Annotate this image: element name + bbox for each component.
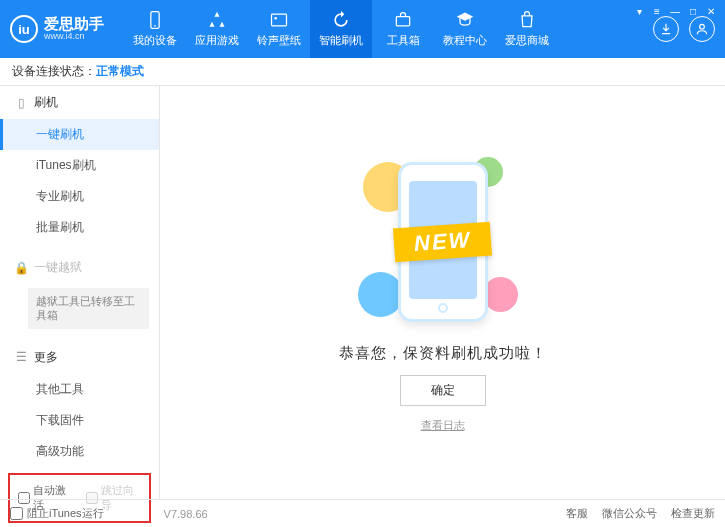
nav-tutorials[interactable]: 教程中心 [434, 0, 496, 58]
sidebar-section-more[interactable]: ☰ 更多 [0, 341, 159, 374]
nav-ringtone-wallpaper[interactable]: 铃声壁纸 [248, 0, 310, 58]
version-label: V7.98.66 [164, 508, 208, 520]
sidebar-section-jailbreak: 🔒 一键越狱 [0, 251, 159, 284]
app-header: iu 爱思助手 www.i4.cn 我的设备 应用游戏 铃声壁纸 智能刷机 工具… [0, 0, 725, 58]
phone-icon: ▯ [14, 96, 28, 110]
app-icon [207, 10, 227, 30]
success-illustration: NEW [343, 152, 543, 332]
logo-icon: iu [10, 15, 38, 43]
top-nav: 我的设备 应用游戏 铃声壁纸 智能刷机 工具箱 教程中心 爱思商城 [124, 0, 558, 58]
maximize-button[interactable]: □ [685, 4, 701, 18]
settings-button[interactable]: ≡ [649, 4, 665, 18]
jailbreak-note: 越狱工具已转移至工具箱 [28, 288, 149, 329]
app-title: 爱思助手 [44, 16, 104, 33]
window-controls: ▾ ≡ — □ ✕ [631, 4, 719, 18]
footer: 阻止iTunes运行 V7.98.66 客服 微信公众号 检查更新 [0, 499, 725, 527]
sidebar: ▯ 刷机 一键刷机 iTunes刷机 专业刷机 批量刷机 🔒 一键越狱 越狱工具… [0, 86, 160, 499]
sidebar-item-pro-flash[interactable]: 专业刷机 [0, 181, 159, 212]
sidebar-item-advanced[interactable]: 高级功能 [0, 436, 159, 467]
decoration-blob [483, 277, 518, 312]
svg-rect-4 [396, 17, 409, 26]
app-url: www.i4.cn [44, 32, 104, 42]
main-content: NEW 恭喜您，保资料刷机成功啦！ 确定 查看日志 [160, 86, 725, 499]
sidebar-item-oneclick-flash[interactable]: 一键刷机 [0, 119, 159, 150]
refresh-icon [331, 10, 351, 30]
new-banner: NEW [393, 222, 492, 263]
view-log-link[interactable]: 查看日志 [421, 418, 465, 433]
status-bar: 设备连接状态： 正常模式 [0, 58, 725, 86]
download-button[interactable] [653, 16, 679, 42]
block-itunes-checkbox[interactable]: 阻止iTunes运行 [10, 506, 104, 521]
user-button[interactable] [689, 16, 715, 42]
menu-button[interactable]: ▾ [631, 4, 647, 18]
toolbox-icon [393, 10, 413, 30]
success-message: 恭喜您，保资料刷机成功啦！ [339, 344, 547, 363]
svg-point-1 [154, 25, 156, 27]
nav-store[interactable]: 爱思商城 [496, 0, 558, 58]
bag-icon [517, 10, 537, 30]
decoration-blob [358, 272, 403, 317]
ok-button[interactable]: 确定 [400, 375, 486, 406]
lock-icon: 🔒 [14, 261, 28, 275]
graduation-icon [455, 10, 475, 30]
sidebar-section-flash[interactable]: ▯ 刷机 [0, 86, 159, 119]
device-icon [145, 10, 165, 30]
svg-rect-2 [272, 14, 287, 26]
nav-apps-games[interactable]: 应用游戏 [186, 0, 248, 58]
status-mode: 正常模式 [96, 63, 144, 80]
close-button[interactable]: ✕ [703, 4, 719, 18]
sidebar-item-other-tools[interactable]: 其他工具 [0, 374, 159, 405]
sidebar-item-batch-flash[interactable]: 批量刷机 [0, 212, 159, 243]
sidebar-item-download-firmware[interactable]: 下载固件 [0, 405, 159, 436]
wechat-link[interactable]: 微信公众号 [602, 506, 657, 521]
minimize-button[interactable]: — [667, 4, 683, 18]
more-icon: ☰ [14, 350, 28, 364]
picture-icon [269, 10, 289, 30]
status-label: 设备连接状态： [12, 63, 96, 80]
nav-my-device[interactable]: 我的设备 [124, 0, 186, 58]
check-update-link[interactable]: 检查更新 [671, 506, 715, 521]
nav-smart-flash[interactable]: 智能刷机 [310, 0, 372, 58]
nav-toolbox[interactable]: 工具箱 [372, 0, 434, 58]
svg-point-5 [700, 24, 705, 29]
sidebar-item-itunes-flash[interactable]: iTunes刷机 [0, 150, 159, 181]
logo: iu 爱思助手 www.i4.cn [10, 15, 104, 43]
svg-point-3 [274, 17, 277, 19]
customer-service-link[interactable]: 客服 [566, 506, 588, 521]
